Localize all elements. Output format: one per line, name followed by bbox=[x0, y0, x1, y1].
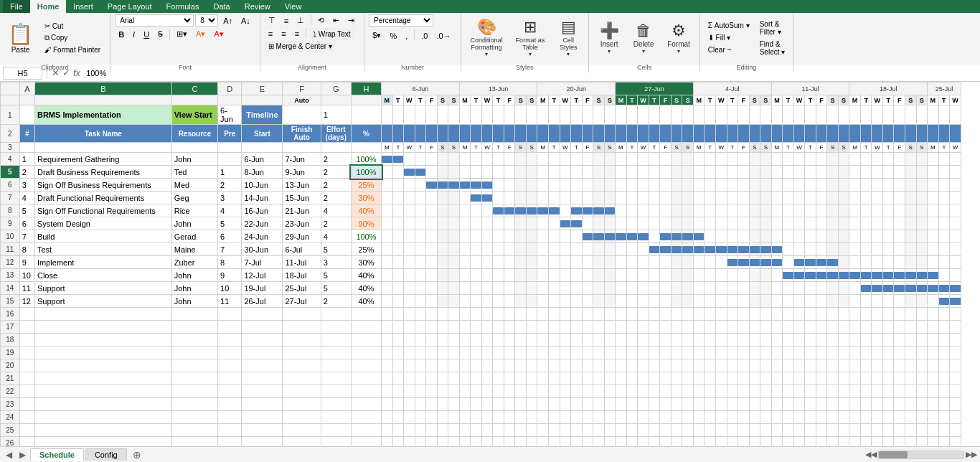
empty-cell[interactable] bbox=[481, 437, 493, 447]
empty-cell[interactable] bbox=[526, 346, 537, 359]
empty-cell[interactable] bbox=[321, 308, 351, 321]
empty-cell[interactable] bbox=[749, 334, 760, 346]
empty-cell[interactable] bbox=[459, 308, 471, 321]
empty-cell[interactable] bbox=[560, 411, 571, 424]
empty-cell[interactable] bbox=[771, 385, 783, 398]
empty-cell[interactable] bbox=[905, 321, 917, 334]
empty-cell[interactable] bbox=[549, 334, 560, 346]
empty-cell[interactable] bbox=[760, 385, 772, 398]
empty-cell[interactable] bbox=[738, 437, 750, 447]
empty-cell[interactable] bbox=[515, 359, 527, 372]
empty-cell[interactable] bbox=[671, 346, 682, 359]
empty-cell[interactable] bbox=[448, 321, 460, 334]
grid-cell[interactable]: 7 bbox=[218, 243, 242, 256]
empty-cell[interactable] bbox=[849, 321, 861, 334]
empty-cell[interactable] bbox=[616, 385, 627, 398]
align-bottom-button[interactable]: ⊥ bbox=[293, 14, 308, 27]
empty-cell[interactable] bbox=[928, 346, 939, 359]
empty-cell[interactable] bbox=[771, 372, 783, 385]
empty-cell[interactable] bbox=[571, 398, 583, 411]
empty-cell[interactable] bbox=[549, 411, 560, 424]
empty-cell[interactable] bbox=[671, 385, 682, 398]
empty-cell[interactable] bbox=[459, 398, 471, 411]
empty-cell[interactable] bbox=[749, 424, 760, 437]
empty-cell[interactable] bbox=[526, 437, 537, 447]
empty-cell[interactable] bbox=[526, 359, 537, 372]
empty-cell[interactable] bbox=[805, 411, 816, 424]
empty-cell[interactable] bbox=[560, 334, 571, 346]
empty-cell[interactable] bbox=[760, 308, 772, 321]
tab-view[interactable]: View bbox=[278, 0, 309, 13]
grid-cell[interactable]: 7-Jun bbox=[283, 153, 321, 166]
empty-cell[interactable] bbox=[950, 372, 961, 385]
sort-filter-button[interactable]: Sort &Filter ▾ bbox=[756, 19, 789, 37]
empty-cell[interactable] bbox=[426, 372, 438, 385]
empty-cell[interactable] bbox=[426, 424, 438, 437]
empty-cell[interactable] bbox=[526, 308, 537, 321]
empty-cell[interactable] bbox=[738, 424, 750, 437]
empty-cell[interactable] bbox=[928, 308, 939, 321]
empty-cell[interactable] bbox=[560, 372, 571, 385]
empty-cell[interactable] bbox=[905, 334, 917, 346]
empty-cell[interactable] bbox=[872, 334, 883, 346]
wrap-text-button[interactable]: ⤵ Wrap Text bbox=[309, 28, 354, 39]
empty-cell[interactable] bbox=[34, 411, 171, 424]
cell-styles-button[interactable]: ▤ CellStyles ▾ bbox=[552, 14, 584, 61]
empty-cell[interactable] bbox=[459, 334, 471, 346]
empty-cell[interactable] bbox=[471, 334, 482, 346]
empty-cell[interactable] bbox=[34, 437, 171, 447]
tab-review[interactable]: Review bbox=[237, 0, 278, 13]
empty-cell[interactable] bbox=[849, 385, 861, 398]
empty-cell[interactable] bbox=[616, 334, 627, 346]
empty-cell[interactable] bbox=[504, 411, 515, 424]
empty-cell[interactable] bbox=[749, 411, 760, 424]
grid-cell[interactable]: 26-Jul bbox=[242, 295, 283, 308]
empty-cell[interactable] bbox=[404, 346, 415, 359]
grid-cell[interactable]: Gerad bbox=[171, 230, 217, 243]
empty-cell[interactable] bbox=[905, 346, 917, 359]
empty-cell[interactable] bbox=[34, 308, 171, 321]
grid-cell[interactable]: John bbox=[171, 282, 217, 295]
empty-cell[interactable] bbox=[321, 424, 351, 437]
grid-cell[interactable]: 25% bbox=[351, 243, 381, 256]
empty-cell[interactable] bbox=[537, 334, 549, 346]
font-size-select[interactable]: 8 bbox=[195, 14, 218, 27]
grid-cell[interactable]: 5 bbox=[321, 243, 351, 256]
empty-cell[interactable] bbox=[415, 398, 426, 411]
empty-cell[interactable] bbox=[382, 437, 393, 447]
empty-cell[interactable] bbox=[493, 346, 504, 359]
grid-cell[interactable]: 23-Jun bbox=[283, 217, 321, 230]
empty-cell[interactable] bbox=[481, 372, 493, 385]
empty-cell[interactable] bbox=[582, 372, 593, 385]
empty-cell[interactable] bbox=[916, 424, 928, 437]
grid-cell[interactable]: 30% bbox=[351, 192, 381, 204]
tab-formulas[interactable]: Formulas bbox=[159, 0, 207, 13]
empty-cell[interactable] bbox=[392, 385, 404, 398]
empty-cell[interactable] bbox=[727, 424, 738, 437]
empty-cell[interactable] bbox=[626, 372, 638, 385]
empty-cell[interactable] bbox=[437, 385, 448, 398]
empty-cell[interactable] bbox=[283, 424, 321, 437]
grid-cell[interactable]: 5 bbox=[321, 269, 351, 282]
empty-cell[interactable] bbox=[749, 385, 760, 398]
empty-cell[interactable] bbox=[448, 359, 460, 372]
empty-cell[interactable] bbox=[626, 359, 638, 372]
indent-button[interactable]: ⇤ bbox=[329, 14, 343, 27]
empty-cell[interactable] bbox=[682, 385, 694, 398]
empty-cell[interactable] bbox=[493, 334, 504, 346]
empty-cell[interactable] bbox=[816, 437, 827, 447]
empty-cell[interactable] bbox=[894, 398, 905, 411]
empty-cell[interactable] bbox=[604, 398, 616, 411]
empty-cell[interactable] bbox=[448, 437, 460, 447]
empty-cell[interactable] bbox=[950, 398, 961, 411]
grid-cell[interactable]: 6-Jul bbox=[283, 243, 321, 256]
empty-cell[interactable] bbox=[783, 398, 794, 411]
empty-cell[interactable] bbox=[560, 385, 571, 398]
number-format-select[interactable]: Percentage bbox=[369, 14, 433, 27]
empty-cell[interactable] bbox=[783, 321, 794, 334]
empty-cell[interactable] bbox=[928, 372, 939, 385]
empty-cell[interactable] bbox=[493, 359, 504, 372]
empty-cell[interactable] bbox=[604, 334, 616, 346]
empty-cell[interactable] bbox=[805, 398, 816, 411]
empty-cell[interactable] bbox=[727, 334, 738, 346]
